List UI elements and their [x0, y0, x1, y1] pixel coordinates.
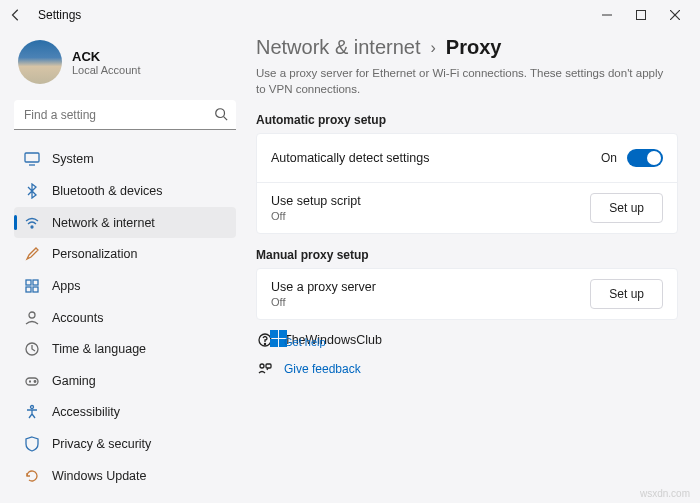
- section-title-auto: Automatic proxy setup: [256, 113, 678, 127]
- sidebar-item-apps[interactable]: Apps: [14, 271, 236, 302]
- sidebar-item-label: Gaming: [52, 374, 96, 388]
- row-sub: Off: [271, 210, 590, 222]
- accessibility-icon: [24, 404, 40, 420]
- profile-name: ACK: [72, 49, 141, 64]
- sidebar-item-personalization[interactable]: Personalization: [14, 239, 236, 270]
- sidebar: ACK Local Account System Bluetooth & dev…: [0, 30, 246, 503]
- sidebar-item-privacy[interactable]: Privacy & security: [14, 429, 236, 460]
- get-help-link[interactable]: TheWindowsClub Get help: [256, 331, 678, 349]
- apps-icon: [24, 278, 40, 294]
- sidebar-item-label: System: [52, 152, 94, 166]
- svg-rect-22: [270, 330, 278, 338]
- nav-list: System Bluetooth & devices Network & int…: [14, 144, 236, 491]
- sidebar-item-label: Network & internet: [52, 216, 155, 230]
- svg-rect-12: [33, 287, 38, 292]
- section-title-manual: Manual proxy setup: [256, 248, 678, 262]
- svg-point-19: [31, 406, 34, 409]
- get-help-label: Get help: [284, 336, 326, 348]
- sidebar-item-network[interactable]: Network & internet: [14, 207, 236, 238]
- feedback-icon: [256, 360, 274, 378]
- profile-block[interactable]: ACK Local Account: [14, 36, 236, 92]
- svg-point-13: [29, 312, 35, 318]
- maximize-button[interactable]: [624, 1, 658, 29]
- clock-icon: [24, 341, 40, 357]
- sidebar-item-label: Bluetooth & devices: [52, 184, 163, 198]
- row-label: Use setup script: [271, 194, 590, 208]
- update-icon: [24, 468, 40, 484]
- sidebar-item-label: Privacy & security: [52, 437, 151, 451]
- wifi-icon: [24, 215, 40, 231]
- minimize-button[interactable]: [590, 1, 624, 29]
- sidebar-item-label: Apps: [52, 279, 81, 293]
- svg-rect-10: [33, 280, 38, 285]
- setup-script-button[interactable]: Set up: [590, 193, 663, 223]
- setup-script-row: Use setup script Off Set up: [257, 182, 677, 233]
- svg-line-5: [224, 117, 228, 121]
- svg-rect-27: [266, 364, 271, 368]
- auto-detect-row: Automatically detect settings On: [257, 134, 677, 182]
- search-input[interactable]: [14, 100, 236, 130]
- page-title: Proxy: [446, 36, 502, 59]
- footer-links: TheWindowsClub Get help Give feedback: [256, 332, 678, 378]
- sidebar-item-bluetooth[interactable]: Bluetooth & devices: [14, 176, 236, 207]
- avatar: [18, 40, 62, 84]
- sidebar-item-label: Accounts: [52, 311, 103, 325]
- back-button[interactable]: [8, 7, 24, 23]
- use-proxy-button[interactable]: Set up: [590, 279, 663, 309]
- svg-rect-11: [26, 287, 31, 292]
- main-pane: Network & internet › Proxy Use a proxy s…: [246, 30, 700, 503]
- sidebar-item-gaming[interactable]: Gaming: [14, 365, 236, 396]
- svg-rect-9: [26, 280, 31, 285]
- svg-point-18: [34, 380, 36, 382]
- accounts-icon: [24, 310, 40, 326]
- window-title: Settings: [38, 8, 81, 22]
- row-label: Use a proxy server: [271, 280, 590, 294]
- sidebar-item-label: Time & language: [52, 342, 146, 356]
- svg-point-8: [31, 226, 33, 228]
- breadcrumb-parent[interactable]: Network & internet: [256, 36, 421, 59]
- row-label: Automatically detect settings: [271, 151, 601, 165]
- sidebar-item-accessibility[interactable]: Accessibility: [14, 397, 236, 428]
- gaming-icon: [24, 373, 40, 389]
- chevron-right-icon: ›: [431, 39, 436, 57]
- sidebar-item-time[interactable]: Time & language: [14, 334, 236, 365]
- auto-proxy-card: Automatically detect settings On Use set…: [256, 133, 678, 234]
- watermark: wsxdn.com: [640, 488, 690, 499]
- breadcrumb: Network & internet › Proxy: [256, 36, 678, 59]
- toggle-state: On: [601, 151, 617, 165]
- row-sub: Off: [271, 296, 590, 308]
- auto-detect-toggle[interactable]: [627, 149, 663, 167]
- sidebar-item-label: Windows Update: [52, 469, 147, 483]
- bluetooth-icon: [24, 183, 40, 199]
- svg-point-21: [264, 344, 265, 345]
- svg-point-4: [216, 109, 225, 118]
- use-proxy-row: Use a proxy server Off Set up: [257, 269, 677, 319]
- svg-rect-6: [25, 153, 39, 162]
- close-button[interactable]: [658, 1, 692, 29]
- shield-icon: [24, 436, 40, 452]
- brush-icon: [24, 246, 40, 262]
- manual-proxy-card: Use a proxy server Off Set up: [256, 268, 678, 320]
- sidebar-item-system[interactable]: System: [14, 144, 236, 175]
- sidebar-item-label: Personalization: [52, 247, 137, 261]
- give-feedback-label: Give feedback: [284, 362, 361, 376]
- page-subtitle: Use a proxy server for Ethernet or Wi-Fi…: [256, 65, 666, 97]
- sidebar-item-update[interactable]: Windows Update: [14, 460, 236, 491]
- profile-subtitle: Local Account: [72, 64, 141, 76]
- svg-point-26: [260, 364, 264, 368]
- sidebar-item-accounts[interactable]: Accounts: [14, 302, 236, 333]
- system-icon: [24, 151, 40, 167]
- svg-rect-1: [637, 11, 646, 20]
- sidebar-item-label: Accessibility: [52, 405, 120, 419]
- search-box[interactable]: [14, 100, 236, 130]
- svg-rect-24: [270, 339, 278, 347]
- give-feedback-link[interactable]: Give feedback: [256, 360, 678, 378]
- titlebar: Settings: [0, 0, 700, 30]
- search-icon: [214, 107, 228, 125]
